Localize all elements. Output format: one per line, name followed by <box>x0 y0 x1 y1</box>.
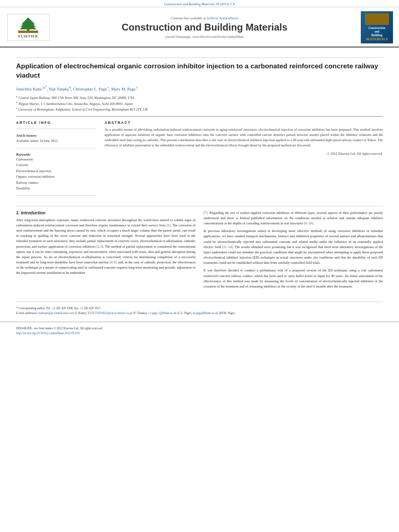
available-online: Available online 14 June 2012 <box>16 139 58 143</box>
body-content: 1. Introduction After long-term atmosphe… <box>16 210 383 292</box>
keyword-carbonation: Carbonation <box>16 156 97 162</box>
article-info-heading: ARTICLE INFO <box>16 121 97 125</box>
journal-header: ELSEVIER Contents lists available at Sci… <box>0 7 399 47</box>
journal-reference: Construction and Building Materials 39 (… <box>164 2 235 6</box>
footnote-divider <box>16 302 383 302</box>
article-info-column: ARTICLE INFO Article history: Available … <box>16 121 97 200</box>
issn-line: 0950-0618/$ - see front matter © 2012 El… <box>16 326 383 331</box>
journal-logo-right: Construction and Building MATERIALS <box>359 11 393 43</box>
email-addresses: E-mail addresses: kubojun@jr-central-asi… <box>16 311 383 316</box>
info-divider-mid <box>16 148 97 148</box>
author-page-c: Christopher L. Page <box>73 86 107 91</box>
keyword-railway: Railway viaduct <box>16 180 97 185</box>
article-content: Application of electrochemical organic c… <box>0 47 399 298</box>
body-col-right: [7]. Regarding the use of surface-applie… <box>204 210 383 292</box>
page: Construction and Building Materials 39 (… <box>0 0 399 532</box>
keyword-concrete: Concrete <box>16 162 97 168</box>
body-paragraph-3: In previous laboratory investigations ai… <box>204 228 383 265</box>
keyword-organic: Organic corrosion inhibitors <box>16 174 97 179</box>
affiliations: a Central Japan Railway, 900 17th Street… <box>16 94 383 112</box>
abstract-text: As a possible means of alleviating carbo… <box>105 127 383 148</box>
body-paragraph-2: [7]. Regarding the use of surface-applie… <box>204 210 383 226</box>
journal-reference-bar: Construction and Building Materials 39 (… <box>0 0 399 7</box>
journal-title: Construction and Building Materials <box>54 22 355 33</box>
article-history: Article history: Available online 14 Jun… <box>16 133 97 144</box>
journal-homepage: journal homepage: www.elsevier.com/locat… <box>54 35 355 39</box>
authors-line: Junichiro Kubo a,*, Yuji Tanaka b, Chris… <box>16 85 383 92</box>
article-title: Application of electrochemical organic c… <box>16 62 383 80</box>
sciverse-link[interactable]: SciVerse ScienceDirect <box>207 16 238 20</box>
keywords-list: Carbonation Concrete Electrochemical inj… <box>16 156 97 191</box>
svg-line-4 <box>22 21 24 23</box>
journal-brand-logo: Construction and Building MATERIALS <box>361 11 393 43</box>
elsevier-brand-text: ELSEVIER <box>19 35 38 38</box>
keyword-electrochemical: Electrochemical injection <box>16 168 97 174</box>
body-divider <box>16 206 383 206</box>
journal-logo-image <box>365 13 389 25</box>
logo-construction-text: Construction and Building <box>368 26 385 37</box>
header-divider <box>16 58 383 58</box>
sciverse-availability: Contents lists available at SciVerse Sci… <box>54 16 355 20</box>
footnotes: * Corresponding author. Tel.: +1 202 429… <box>0 302 399 320</box>
elsevier-logo-box: ELSEVIER <box>7 14 49 41</box>
keyword-durability: Durability <box>16 185 97 191</box>
affiliation-b: Nippon Sharyo, 1-1 Sambonmatsu-Cho, Atsu… <box>19 102 133 106</box>
keywords-section: Keywords: Carbonation Concrete Electroch… <box>16 152 97 191</box>
history-label: Article history: <box>16 133 97 139</box>
article-footer: 0950-0618/$ - see front matter © 2012 El… <box>0 322 399 339</box>
info-divider-bot <box>16 195 97 196</box>
journal-center-info: Contents lists available at SciVerse Sci… <box>50 16 359 39</box>
author-kubo: Junichiro Kubo <box>16 86 42 91</box>
doi-link[interactable]: http://dx.doi.org/10.1016/j.conbuildmat.… <box>16 331 80 335</box>
body-paragraph-4: It was therefore decided to conduct a pr… <box>204 268 383 289</box>
article-info-abstract: ARTICLE INFO Article history: Available … <box>16 121 383 200</box>
doi-line: http://dx.doi.org/10.1016/j.conbuildmat.… <box>16 331 383 336</box>
abstract-column: ABSTRACT As a possible means of alleviat… <box>105 121 383 200</box>
author-page-m: Mary M. Page <box>111 86 136 91</box>
corresponding-author-note: * Corresponding author. Tel.: +1 202 429… <box>16 306 383 311</box>
svg-line-5 <box>32 21 34 23</box>
info-divider-top <box>16 129 97 129</box>
author-tanaka: Yuji Tanaka <box>49 86 69 91</box>
keywords-label: Keywords: <box>16 152 97 156</box>
affiliation-c: University of Birmingham, Edgbaston, Sch… <box>18 107 148 111</box>
elsevier-logo: ELSEVIER <box>6 14 50 41</box>
svg-rect-6 <box>18 31 38 33</box>
body-paragraph-1: After long-term atmospheric exposure, ma… <box>16 218 195 276</box>
article-divider <box>16 116 383 117</box>
body-col-left: 1. Introduction After long-term atmosphe… <box>16 210 195 292</box>
abstract-heading: ABSTRACT <box>105 121 383 125</box>
abstract-copyright: © 2012 Elsevier Ltd. All rights reserved… <box>105 152 383 156</box>
elsevier-tree-icon <box>14 16 42 33</box>
logo-materials-text: MATERIALS <box>366 37 388 41</box>
affiliation-a: Central Japan Railway, 900 17th Street N… <box>19 96 134 100</box>
section1-title: 1. Introduction <box>16 210 195 215</box>
